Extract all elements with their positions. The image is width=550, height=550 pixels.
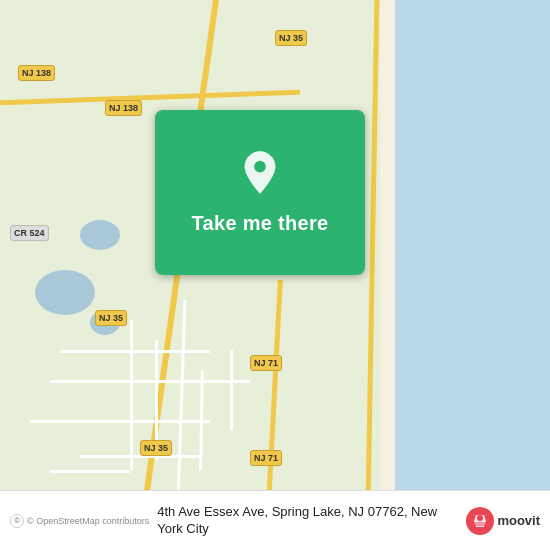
nj35-label-top: NJ 35	[275, 30, 307, 46]
map-container[interactable]: NJ 35 NJ 138 NJ 138 NJ 35 NJ 35 NJ 71 NJ…	[0, 0, 550, 490]
nj71-label-bot: NJ 71	[250, 450, 282, 466]
nj35-label-mid: NJ 35	[95, 310, 127, 326]
nj138-label-left: NJ 138	[18, 65, 55, 81]
svg-point-2	[477, 515, 483, 521]
local-road-3	[30, 420, 210, 423]
local-road-10	[50, 470, 130, 473]
svg-point-0	[254, 161, 266, 173]
ocean-water	[390, 0, 550, 490]
moovit-label: moovit	[497, 513, 540, 528]
nj71-label-top: NJ 71	[250, 355, 282, 371]
osm-icon: ©	[10, 514, 24, 528]
address-text: 4th Ave Essex Ave, Spring Lake, NJ 07762…	[157, 504, 458, 538]
osm-attribution: © © OpenStreetMap contributors	[10, 514, 149, 528]
info-card[interactable]: Take me there	[155, 110, 365, 275]
nj35-label-bot: NJ 35	[140, 440, 172, 456]
nj138-label: NJ 138	[105, 100, 142, 116]
cr524-label: CR 524	[10, 225, 49, 241]
bottom-bar: © © OpenStreetMap contributors 4th Ave E…	[0, 490, 550, 550]
map-background: NJ 35 NJ 138 NJ 138 NJ 35 NJ 35 NJ 71 NJ…	[0, 0, 550, 490]
pond-2	[80, 220, 120, 250]
local-road-2	[50, 380, 250, 383]
moovit-logo: moovit	[466, 507, 540, 535]
location-pin-icon	[235, 150, 285, 200]
take-me-there-button[interactable]: Take me there	[192, 212, 329, 235]
coastal-strip	[380, 0, 395, 490]
local-road-9	[80, 455, 200, 458]
osm-text: © OpenStreetMap contributors	[27, 516, 149, 526]
local-road-8	[230, 350, 233, 430]
local-road-4	[60, 350, 210, 353]
pond-1	[35, 270, 95, 315]
local-road-5	[130, 320, 133, 470]
moovit-icon	[466, 507, 494, 535]
